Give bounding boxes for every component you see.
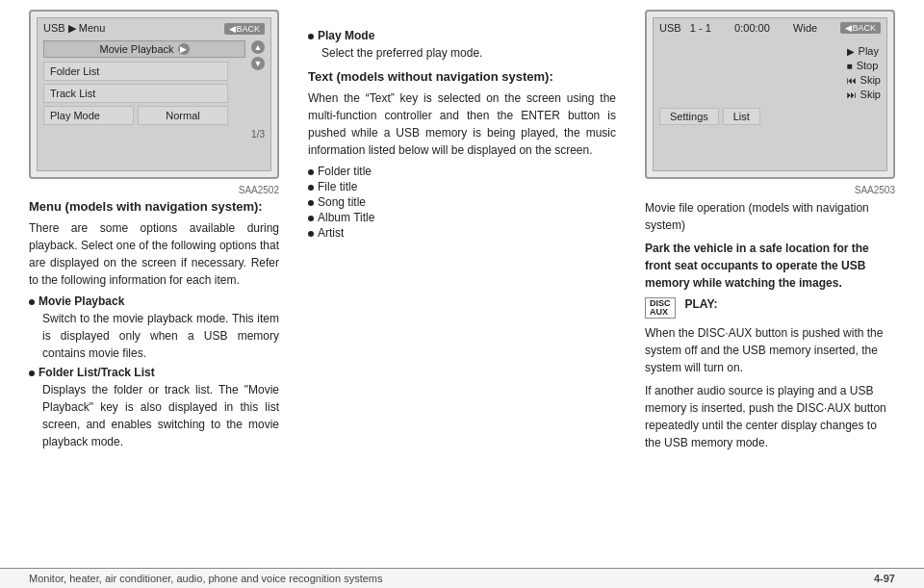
page-indicator: 1/3 — [251, 129, 265, 140]
folder-title-text: Folder title — [318, 165, 372, 178]
arrow-up-icon[interactable]: ▲ — [251, 40, 265, 54]
bullet-dot-2 — [29, 371, 35, 376]
right-ctrl-buttons: ▶ Play ■ Stop ⏮ Skip — [847, 45, 881, 100]
disc-aux-badge-content: DISC AUX — [650, 299, 671, 317]
left-column: USB ▶ Menu ◀BACK Movie Playback ▶ Folder… — [29, 10, 279, 568]
left-section-heading: Menu (models with navigation system): — [29, 199, 279, 214]
menu-item-folder-list[interactable]: Folder List — [43, 62, 228, 81]
bullet-song-title: Song title — [308, 195, 616, 209]
artist-text: Artist — [318, 226, 344, 240]
screen-menu-area: Movie Playback ▶ Folder List Track List — [43, 40, 265, 125]
right-section-heading: Movie file operation (models with naviga… — [645, 199, 895, 234]
main-content: USB ▶ Menu ◀BACK Movie Playback ▶ Folder… — [0, 10, 924, 568]
play-text-1: When the DISC·AUX button is pushed with … — [645, 324, 895, 376]
bullet-folder-sub-text: Displays the folder or track list. The "… — [42, 381, 279, 450]
ctrl-stop[interactable]: ■ Stop — [847, 60, 881, 71]
bullet-label-folder: Folder List/Track List — [38, 366, 155, 379]
page-container: USB ▶ Menu ◀BACK Movie Playback ▶ Folder… — [0, 0, 924, 588]
left-device-screen: USB ▶ Menu ◀BACK Movie Playback ▶ Folder… — [29, 10, 279, 179]
bullet-folder-list: Folder List/Track List — [29, 366, 279, 379]
bullet-file-title: File title — [308, 180, 616, 193]
bullet-movie-playback-content: Movie Playback — [38, 294, 124, 308]
bullet-dot-play-mode — [308, 34, 314, 39]
play-mode-sub-text: Select the preferred play mode. — [321, 44, 616, 62]
bullet-artist: Artist — [308, 226, 616, 240]
play-mode-label: Play Mode — [43, 106, 134, 125]
play-icon: ▶ — [847, 46, 855, 57]
footer-page-number: 4-97 — [874, 573, 895, 584]
bullet-album-title: Album Title — [308, 211, 616, 224]
right-column: USB 1 - 1 0:00:00 Wide ◀BACK ▶ Play — [645, 10, 895, 568]
left-screen-inner: USB ▶ Menu ◀BACK Movie Playback ▶ Folder… — [37, 17, 271, 171]
footer-text: Monitor, heater, air conditioner, audio,… — [29, 573, 383, 584]
text-section-heading: Text (models without navigation system): — [308, 69, 616, 84]
right-screen-inner: USB 1 - 1 0:00:00 Wide ◀BACK ▶ Play — [653, 17, 887, 171]
settings-button[interactable]: Settings — [659, 108, 719, 125]
usb-menu-label: USB ▶ Menu — [43, 22, 105, 35]
screen-top-bar: USB ▶ Menu ◀BACK — [43, 22, 265, 35]
song-title-text: Song title — [318, 195, 366, 209]
play-mode-label-mid: Play Mode — [318, 29, 374, 42]
right-time-label: 0:00:00 — [734, 22, 770, 34]
bullet-dot-flt — [308, 185, 314, 191]
bullet-movie-sub-text: Switch to the movie playback mode. This … — [42, 310, 279, 362]
ctrl-play[interactable]: ▶ Play — [847, 45, 881, 57]
right-screen-top-bar: USB 1 - 1 0:00:00 Wide ◀BACK — [659, 22, 881, 34]
bullet-dot-ar — [308, 231, 314, 237]
bullet-play-mode: Play Mode — [308, 29, 616, 42]
menu-item-play-mode-row: Play Mode Normal — [43, 106, 228, 125]
play-text-2: If another audio source is playing and a… — [645, 382, 895, 451]
screen-bottom: 1/3 — [43, 129, 265, 140]
title-arrow-icon: ▶ — [178, 43, 190, 55]
back-button-left[interactable]: ◀BACK — [224, 23, 265, 35]
aux-label: AUX — [650, 308, 671, 317]
bullet-folder-content: Folder List/Track List — [38, 366, 155, 379]
ctrl-skip-fwd[interactable]: ⏭ Skip — [847, 89, 881, 100]
bullet-label-movie: Movie Playback — [38, 294, 124, 308]
ctrl-skip-back[interactable]: ⏮ Skip — [847, 74, 881, 86]
bullet-dot-1 — [29, 299, 35, 305]
menu-item-track-list[interactable]: Track List — [43, 84, 228, 103]
bullet-dot-ft — [308, 169, 314, 175]
list-button[interactable]: List — [723, 108, 760, 125]
mid-column: Play Mode Select the preferred play mode… — [298, 10, 626, 568]
right-usb-label: USB 1 - 1 — [659, 22, 711, 34]
bullet-movie-playback: Movie Playback — [29, 294, 279, 308]
back-button-right[interactable]: ◀BACK — [840, 22, 881, 34]
arrow-down-icon[interactable]: ▼ — [251, 57, 265, 70]
bullet-dot-st — [308, 200, 314, 206]
right-wide-label: Wide — [793, 22, 817, 34]
right-warning-text: Park the vehicle in a safe location for … — [645, 240, 895, 292]
right-device-screen: USB 1 - 1 0:00:00 Wide ◀BACK ▶ Play — [645, 10, 895, 179]
file-title-text: File title — [318, 180, 357, 193]
right-screen-bottom: Settings List — [659, 108, 881, 125]
play-label: Play — [859, 45, 879, 57]
skip-fwd-icon: ⏭ — [847, 89, 857, 100]
disc-aux-badge: DISC AUX — [645, 297, 676, 319]
bullet-folder-title: Folder title — [308, 165, 616, 178]
skip-fwd-label: Skip — [860, 89, 881, 100]
skip-back-icon: ⏮ — [847, 75, 857, 86]
text-section-body: When the “Text” key is selected on the s… — [308, 89, 616, 159]
bullet-play-mode-content: Play Mode — [318, 29, 374, 42]
play-heading: PLAY: — [685, 297, 718, 311]
saa-label-right: SAA2503 — [645, 185, 895, 195]
play-mode-value[interactable]: Normal — [138, 106, 228, 125]
bullet-dot-at — [308, 216, 314, 221]
stop-icon: ■ — [847, 61, 853, 71]
page-footer: Monitor, heater, air conditioner, audio,… — [0, 568, 924, 588]
skip-back-label: Skip — [860, 74, 881, 86]
screen-title-bar: Movie Playback ▶ — [43, 40, 245, 58]
left-intro-text: There are some options available during … — [29, 219, 279, 289]
saa-label-left: SAA2502 — [29, 185, 279, 195]
album-title-text: Album Title — [318, 211, 374, 224]
stop-label: Stop — [857, 60, 879, 71]
screen-title-text: Movie Playback — [99, 43, 173, 55]
